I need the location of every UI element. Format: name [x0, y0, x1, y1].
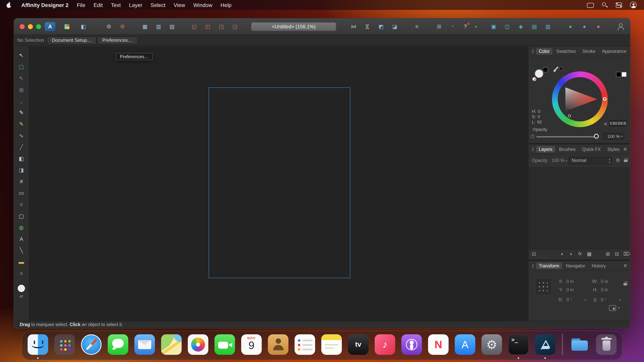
rotate-canvas-icon[interactable]: ◔ [447, 22, 457, 31]
chevron-down-icon[interactable]: ▾ [584, 298, 586, 302]
move-tool-icon[interactable]: ↖ [16, 50, 27, 60]
pencil-tool-icon[interactable]: ✎ [16, 119, 27, 129]
zoom-button[interactable] [36, 24, 41, 29]
flip-horizontal-icon[interactable]: ⋈ [349, 22, 358, 31]
node-tool-icon[interactable]: ↖ [16, 73, 27, 83]
tab-navigator[interactable]: Navigator [563, 262, 588, 269]
dock-affinity-designer-2-icon[interactable] [534, 334, 556, 356]
dock-maps-icon[interactable] [160, 334, 182, 356]
user-icon[interactable] [630, 1, 636, 8]
tab-color[interactable]: Color [536, 48, 552, 54]
dock-terminal-icon[interactable]: >_ [507, 334, 530, 356]
chevron-down-icon[interactable]: ▾ [619, 298, 620, 302]
opacity-slider[interactable] [536, 136, 597, 137]
panel-menu-icon[interactable]: ≡ [624, 263, 627, 269]
x-field[interactable]: 0 in [566, 279, 574, 284]
artboard-tool-icon[interactable]: ▢ [16, 61, 27, 72]
pixel-persona-icon[interactable] [62, 22, 72, 31]
crop-tool-icon[interactable]: # [16, 176, 27, 187]
export-persona-icon[interactable]: ◧ [78, 22, 88, 31]
add-pixel-layer-icon[interactable]: ⊟ [615, 251, 619, 257]
split-view-icon[interactable]: ◫ [502, 22, 512, 31]
y-field[interactable]: 0 in [566, 287, 574, 292]
dock-calendar-icon[interactable]: NOV9 [240, 334, 262, 356]
tab-transform[interactable]: Transform [536, 262, 562, 269]
menu-select[interactable]: Select [146, 2, 170, 8]
tab-brushes[interactable]: Brushes [556, 146, 578, 153]
pixel-alignment-icon[interactable]: ▧ [167, 22, 177, 31]
w-field[interactable]: 0 in [601, 279, 608, 284]
tab-stroke[interactable]: Stroke [580, 48, 598, 54]
replace-selection-icon[interactable]: ◲ [230, 22, 240, 31]
live-filter-icon[interactable]: ▦ [587, 251, 592, 257]
flip-vertical-icon[interactable]: ⋈ [363, 22, 372, 32]
aspect-lock-icon[interactable] [624, 281, 627, 286]
dock-launchpad-icon[interactable] [54, 334, 76, 356]
chevron-down-icon[interactable]: ▾ [618, 306, 620, 310]
symbols-icon[interactable]: ◈ [516, 22, 526, 31]
menu-file[interactable]: File [73, 2, 90, 8]
dock-system-settings-icon[interactable]: ⚙ [481, 334, 503, 356]
layers-opacity-dropdown[interactable]: 100 %▾ [552, 158, 568, 163]
shear-field[interactable]: 0 ° [601, 297, 606, 302]
measure-tool-icon[interactable]: ▬ [16, 256, 27, 267]
constraints-icon[interactable]: ▥ [543, 22, 553, 31]
sl-selector-dot[interactable] [568, 114, 571, 117]
tab-quick-fx[interactable]: Quick FX [579, 146, 604, 153]
rectangle-tool-icon[interactable]: ▭ [16, 187, 27, 198]
layers-list-empty[interactable] [528, 168, 630, 249]
insert-inside-icon[interactable]: ◳ [216, 22, 226, 31]
delete-layer-icon[interactable]: ⌦ [624, 251, 630, 257]
color-picker-tool-icon[interactable]: ╲ [16, 245, 27, 256]
dock-facetime-icon[interactable] [214, 334, 236, 356]
lock-icon[interactable] [624, 158, 628, 162]
hue-selector-dot[interactable] [603, 97, 607, 101]
dock-notes-icon[interactable] [320, 334, 342, 356]
dock-contacts-icon[interactable] [267, 334, 289, 356]
rotation-field[interactable]: 0 ° [566, 297, 572, 302]
no-fill-icon[interactable] [532, 77, 536, 81]
dock-music-icon[interactable]: ♪ [374, 334, 396, 356]
transform-origin-icon[interactable] [609, 305, 616, 311]
document-setup-button[interactable]: Document Setup… [47, 36, 97, 44]
edit-all-layers-icon[interactable]: ⊡ [532, 251, 536, 257]
fill-color-well[interactable] [535, 69, 543, 78]
menu-view[interactable]: View [170, 2, 189, 8]
adjustment-icon[interactable]: ◐ [561, 251, 564, 257]
panel-drag-handle[interactable]: ∥ [532, 263, 534, 268]
spotlight-search-icon[interactable] [601, 2, 608, 8]
menu-text[interactable]: Text [107, 2, 125, 8]
dock-app-store-icon[interactable]: A [454, 334, 476, 356]
document-setup-icon[interactable]: ⚙ [104, 22, 114, 31]
add-layer-icon[interactable]: ⊞ [606, 251, 610, 257]
text-tool-icon[interactable]: A [16, 233, 27, 244]
menu-window[interactable]: Window [189, 2, 216, 8]
document-title-dropdown[interactable]: <Untitled> (156.1%) [251, 22, 336, 31]
tab-swatches[interactable]: Swatches [554, 48, 579, 54]
black-swatch[interactable] [616, 72, 621, 77]
opacity-value-dropdown[interactable]: 100 %▾ [603, 133, 624, 140]
panel-drag-handle[interactable]: ∥ [532, 49, 534, 53]
corner-tool-icon[interactable]: ◞ [16, 96, 27, 106]
color-cycle-icon[interactable]: ● [566, 22, 575, 31]
stroke-color-well[interactable] [542, 67, 548, 73]
paint-brush-tool-icon[interactable]: ╱ [16, 142, 27, 152]
dock-tv-icon[interactable]: tv [347, 334, 369, 356]
fill-stroke-indicator[interactable] [17, 284, 26, 293]
h-field[interactable]: 0 in [601, 287, 608, 292]
guides-icon[interactable]: ⊞ [434, 22, 444, 31]
blend-options-gear-icon[interactable]: ⚙ [616, 158, 620, 163]
live-docs-icon[interactable]: ● [594, 22, 603, 31]
tab-appearance[interactable]: Appearance [599, 48, 629, 54]
insert-on-top-icon[interactable]: ◰ [203, 22, 213, 31]
menu-help[interactable]: Help [216, 2, 236, 8]
cloud-sync-icon[interactable]: ● [580, 22, 589, 31]
point-transform-tool-icon[interactable]: ◎ [16, 84, 27, 95]
dock-podcasts-icon[interactable] [400, 334, 423, 356]
account-icon[interactable] [616, 22, 626, 31]
designer-persona-icon[interactable]: A [45, 22, 56, 31]
pen-tool-icon[interactable]: ✎ [16, 107, 27, 118]
transparency-tool-icon[interactable]: ◨ [16, 165, 27, 175]
snapping-icon[interactable]: ▦ [140, 22, 150, 31]
rounded-rectangle-tool-icon[interactable]: ▢ [16, 210, 27, 221]
